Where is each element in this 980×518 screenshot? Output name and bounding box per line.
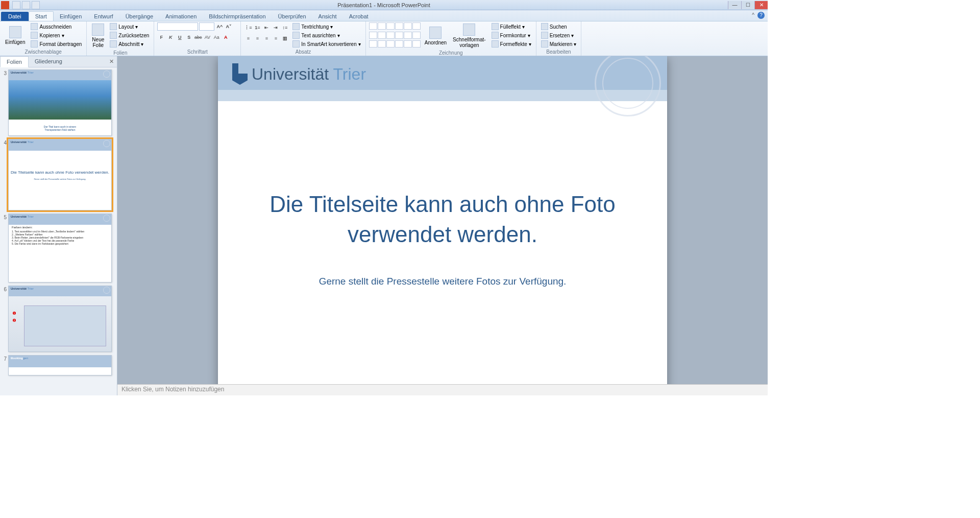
slide-thumbnail[interactable]: Universität Trier Der Titel kann auch in… bbox=[8, 69, 112, 136]
shape-icon[interactable] bbox=[404, 22, 412, 30]
font-family-select[interactable] bbox=[157, 22, 198, 31]
help-icon[interactable]: ? bbox=[757, 12, 765, 19]
replace-button[interactable]: Ersetzen ▾ bbox=[540, 31, 578, 39]
slide-thumbnail-selected[interactable]: Universität Trier Die Titelseite kann au… bbox=[8, 139, 112, 210]
tab-acrobat[interactable]: Acrobat bbox=[343, 12, 375, 21]
new-slide-button[interactable]: Neue Folie bbox=[90, 22, 106, 49]
thumbnail-row[interactable]: 7 Bookinggen bbox=[1, 355, 116, 375]
reset-button[interactable]: Zurücksetzen bbox=[108, 31, 151, 39]
shape-icon[interactable] bbox=[395, 40, 403, 48]
tab-bildschirm[interactable]: Bildschirmpräsentation bbox=[203, 12, 272, 21]
cut-button[interactable]: Ausschneiden bbox=[29, 22, 83, 31]
bold-button[interactable]: F bbox=[157, 33, 165, 41]
indent-right-icon[interactable]: ⇥ bbox=[272, 23, 280, 32]
thumbnail-list[interactable]: 3 Universität Trier Der Titel kann auch … bbox=[0, 67, 117, 395]
shape-icon[interactable] bbox=[404, 40, 412, 48]
shape-icon[interactable] bbox=[386, 32, 395, 39]
thumbnail-row[interactable]: 4 Universität Trier Die Titelseite kann … bbox=[1, 139, 116, 210]
shape-icon[interactable] bbox=[378, 40, 386, 48]
shape-effects-button[interactable]: Formeffekte ▾ bbox=[490, 40, 533, 48]
shape-icon[interactable] bbox=[395, 32, 403, 39]
shapes-gallery[interactable] bbox=[369, 22, 421, 49]
spacing-button[interactable]: AV bbox=[203, 33, 211, 41]
shape-icon[interactable] bbox=[395, 22, 403, 30]
thumbnail-row[interactable]: 6 Universität Trier 1 2 bbox=[1, 286, 116, 352]
italic-button[interactable]: K bbox=[166, 33, 175, 41]
panel-tab-outline[interactable]: Gliederung bbox=[29, 56, 68, 67]
bullets-icon[interactable]: ⋮≡ bbox=[244, 23, 252, 32]
shape-fill-button[interactable]: Fülleffekt ▾ bbox=[490, 22, 533, 31]
format-painter-button[interactable]: Format übertragen bbox=[29, 40, 83, 48]
shape-icon[interactable] bbox=[378, 22, 386, 30]
shape-icon[interactable] bbox=[369, 22, 377, 30]
paste-button[interactable]: Einfügen bbox=[3, 22, 27, 48]
file-tab[interactable]: Datei bbox=[1, 12, 29, 21]
align-right-icon[interactable]: ≡ bbox=[262, 34, 271, 42]
justify-icon[interactable]: ≡ bbox=[272, 34, 280, 42]
thumbnail-row[interactable]: 3 Universität Trier Der Titel kann auch … bbox=[1, 69, 116, 136]
case-button[interactable]: Aa bbox=[212, 33, 220, 41]
grow-font-icon[interactable]: A^ bbox=[215, 22, 224, 31]
shape-icon[interactable] bbox=[369, 32, 377, 39]
current-slide[interactable]: Universität Trier Die Titelseite kann au… bbox=[218, 56, 667, 384]
thumbnail-row[interactable]: 5 Universität Trier Farben ändern: 1. Te… bbox=[1, 214, 116, 282]
copy-button[interactable]: Kopieren ▾ bbox=[29, 31, 83, 39]
arrange-icon bbox=[429, 27, 442, 39]
qat-undo-icon[interactable] bbox=[22, 1, 30, 9]
align-text-button[interactable]: Text ausrichten ▾ bbox=[291, 31, 362, 39]
slide-thumbnail[interactable]: Universität Trier Farben ändern: 1. Text… bbox=[8, 214, 112, 282]
shape-icon[interactable] bbox=[412, 22, 421, 30]
arrange-button[interactable]: Anordnen bbox=[423, 22, 449, 49]
panel-tab-slides[interactable]: Folien bbox=[0, 56, 29, 67]
align-left-icon[interactable]: ≡ bbox=[244, 34, 252, 42]
minimize-button[interactable]: — bbox=[728, 1, 741, 9]
minimize-ribbon-icon[interactable]: ^ bbox=[752, 12, 754, 18]
close-button[interactable]: ✕ bbox=[754, 1, 768, 9]
tab-uebergaenge[interactable]: Übergänge bbox=[119, 12, 159, 21]
font-size-select[interactable] bbox=[199, 22, 214, 31]
shape-icon[interactable] bbox=[378, 32, 386, 39]
qat-redo-icon[interactable] bbox=[32, 1, 40, 9]
align-center-icon[interactable]: ≡ bbox=[253, 34, 261, 42]
shrink-font-icon[interactable]: A˅ bbox=[225, 22, 233, 31]
slide-subtitle-text[interactable]: Gerne stellt die Pressestelle weitere Fo… bbox=[249, 276, 636, 287]
section-button[interactable]: Abschnitt ▾ bbox=[108, 40, 151, 48]
shape-icon[interactable] bbox=[386, 40, 395, 48]
underline-button[interactable]: U bbox=[176, 33, 184, 41]
smartart-button[interactable]: In SmartArt konvertieren ▾ bbox=[291, 40, 362, 48]
find-button[interactable]: Suchen bbox=[540, 22, 578, 31]
indent-left-icon[interactable]: ⇤ bbox=[262, 23, 271, 32]
shape-outline-button[interactable]: Formkontur ▾ bbox=[490, 31, 533, 39]
tab-ueberpruefen[interactable]: Überprüfen bbox=[272, 12, 312, 21]
numbering-icon[interactable]: 1≡ bbox=[253, 23, 261, 32]
columns-icon[interactable]: ▥ bbox=[281, 34, 289, 42]
tab-start[interactable]: Start bbox=[29, 11, 54, 21]
canvas-area[interactable]: Universität Trier Die Titelseite kann au… bbox=[117, 56, 768, 384]
slide-thumbnail[interactable]: Universität Trier 1 2 bbox=[8, 286, 112, 352]
slide-thumbnail[interactable]: Bookinggen bbox=[8, 355, 112, 375]
fill-icon bbox=[492, 23, 499, 30]
notes-input[interactable]: Klicken Sie, um Notizen hinzuzufügen bbox=[117, 384, 768, 395]
tab-entwurf[interactable]: Entwurf bbox=[88, 12, 119, 21]
tab-animationen[interactable]: Animationen bbox=[159, 12, 203, 21]
slide-title-text[interactable]: Die Titelseite kann auch ohne Foto verwe… bbox=[249, 189, 636, 250]
shape-icon[interactable] bbox=[404, 32, 412, 39]
select-button[interactable]: Markieren ▾ bbox=[540, 40, 578, 48]
strike-button[interactable]: abc bbox=[194, 33, 202, 41]
font-color-button[interactable]: A bbox=[222, 33, 230, 41]
tab-ansicht[interactable]: Ansicht bbox=[312, 12, 343, 21]
logo-mark-icon bbox=[232, 63, 248, 85]
tab-einfuegen[interactable]: Einfügen bbox=[54, 12, 88, 21]
text-direction-button[interactable]: Textrichtung ▾ bbox=[291, 22, 362, 31]
panel-close-icon[interactable]: ✕ bbox=[109, 58, 114, 65]
shape-icon[interactable] bbox=[386, 22, 395, 30]
shadow-button[interactable]: S bbox=[185, 33, 193, 41]
shape-icon[interactable] bbox=[412, 40, 421, 48]
quick-styles-button[interactable]: Schnellformat- vorlagen bbox=[451, 22, 487, 49]
shape-icon[interactable] bbox=[412, 32, 421, 39]
qat-save-icon[interactable] bbox=[12, 1, 20, 9]
maximize-button[interactable]: ☐ bbox=[741, 1, 754, 9]
line-spacing-icon[interactable]: ↕≡ bbox=[281, 23, 289, 32]
shape-icon[interactable] bbox=[369, 40, 377, 48]
layout-button[interactable]: Layout ▾ bbox=[108, 22, 151, 31]
